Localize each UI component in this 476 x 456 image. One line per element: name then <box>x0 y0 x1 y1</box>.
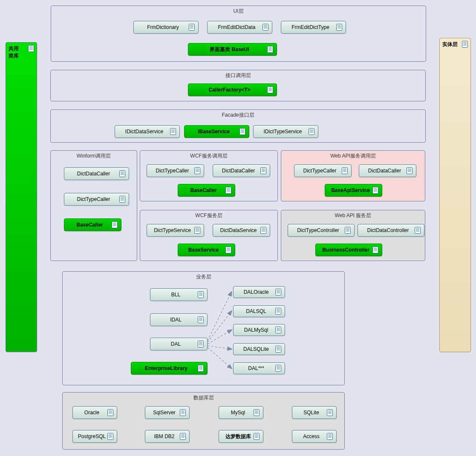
svg-rect-136 <box>108 410 113 416</box>
document-icon <box>275 346 281 353</box>
document-icon <box>267 46 273 53</box>
node-webapi-businesscontroller: BusinessController <box>315 244 382 256</box>
node-dal-mysql: DALMySql <box>233 324 285 336</box>
svg-rect-140 <box>180 410 186 416</box>
svg-rect-36 <box>309 129 314 135</box>
document-icon <box>225 247 231 253</box>
node-idict-type-service: IDictTypeService <box>253 125 318 138</box>
node-dal-star: DAL*** <box>233 362 285 374</box>
svg-rect-104 <box>198 317 204 323</box>
document-icon <box>180 433 186 440</box>
svg-rect-128 <box>276 346 281 353</box>
svg-rect-112 <box>198 365 204 372</box>
svg-rect-8 <box>189 24 195 31</box>
node-wcf-dictdatacaller: DictDataCaller <box>213 164 270 177</box>
node-webapi-dicttypecaller: DictTypeCaller <box>294 164 352 177</box>
node-wcf-basecaller: BaseCaller <box>178 184 235 197</box>
document-icon <box>336 24 342 31</box>
svg-rect-12 <box>263 24 268 31</box>
document-icon <box>107 433 113 440</box>
layer-caller-title: 接口调用层 <box>51 72 425 79</box>
svg-rect-44 <box>120 196 125 203</box>
node-webapi-baseapiservice: BaseApiService <box>325 184 382 197</box>
svg-rect-56 <box>261 168 266 174</box>
svg-rect-92 <box>415 227 421 234</box>
svg-rect-148 <box>327 410 333 416</box>
layer-winform-title: Winform调用层 <box>51 152 137 160</box>
svg-rect-24 <box>268 87 273 93</box>
svg-rect-120 <box>276 308 281 315</box>
node-frm-edit-dict-data: FrmEditDictData <box>207 21 272 34</box>
node-webapi-dicttypecontroller: DictTypeController <box>288 224 355 237</box>
svg-rect-64 <box>342 168 348 174</box>
svg-rect-52 <box>195 168 200 174</box>
document-icon <box>309 128 314 135</box>
layer-ui-title: UI层 <box>51 8 426 15</box>
node-winform-dictdatacaller: DictDataCaller <box>64 167 129 180</box>
svg-rect-84 <box>226 247 231 253</box>
layer-wcf-call-title: WCF服务调用层 <box>140 152 277 160</box>
document-icon <box>254 433 260 440</box>
svg-rect-164 <box>327 433 333 440</box>
node-webapi-dictdatacaller: DictDataCaller <box>359 164 416 177</box>
svg-rect-32 <box>240 129 245 135</box>
document-icon <box>372 187 378 194</box>
document-icon <box>198 316 204 323</box>
node-db-dameng: 达梦数据库 <box>219 430 263 443</box>
svg-rect-16 <box>337 24 342 31</box>
document-icon <box>415 227 421 234</box>
node-bll: BLL <box>150 288 208 301</box>
node-frm-edit-dict-type: FrmEditDictType <box>281 21 346 34</box>
svg-rect-80 <box>261 227 266 234</box>
svg-rect-4 <box>462 41 468 48</box>
layer-winform: Winform调用层 <box>50 150 137 261</box>
layer-db-title: 数据库层 <box>63 394 344 402</box>
document-icon <box>119 196 125 203</box>
node-dal-sqlite: DALSQLite <box>233 343 285 355</box>
document-icon <box>198 341 204 347</box>
svg-rect-88 <box>345 227 351 234</box>
svg-rect-108 <box>198 341 204 347</box>
document-icon <box>119 170 125 177</box>
document-icon <box>345 227 351 234</box>
svg-rect-20 <box>268 46 273 53</box>
document-icon <box>112 221 118 228</box>
node-base-ui: 界面基类 BaseUI <box>188 43 277 56</box>
node-db-oracle: Oracle <box>72 406 117 419</box>
svg-rect-0 <box>29 46 34 52</box>
sidebar-entity: 实体层 <box>439 38 471 352</box>
node-db-postgresql: PostgreSQL <box>72 430 117 443</box>
svg-rect-100 <box>198 292 204 298</box>
document-icon <box>254 409 260 416</box>
document-icon <box>225 187 231 194</box>
svg-rect-76 <box>195 227 200 234</box>
diagram-canvas: 共用 类库 实体层 UI层 FrmDictionary FrmEditDictD… <box>0 0 476 456</box>
layer-business-title: 业务层 <box>63 273 344 281</box>
node-webapi-dictdatacontroller: DictDataController <box>358 224 424 237</box>
document-icon <box>198 365 204 372</box>
document-icon <box>263 24 268 31</box>
node-db-sqlite: SQLite <box>292 406 337 419</box>
document-icon <box>28 45 34 52</box>
document-icon <box>198 291 204 298</box>
node-frm-dictionary: FrmDictionary <box>133 21 199 34</box>
document-icon <box>239 128 245 135</box>
sidebar-shared-lib-label: 共用 类库 <box>9 46 19 59</box>
svg-rect-160 <box>254 433 260 440</box>
sidebar-shared-lib: 共用 类库 <box>6 42 37 352</box>
svg-rect-144 <box>254 410 260 416</box>
layer-webapi-call-title: Web API服务调用层 <box>281 152 425 160</box>
node-db-mysql: MySql <box>219 406 263 419</box>
node-wcf-dicttypeservice: DictTypeService <box>147 224 204 237</box>
document-icon <box>462 41 468 48</box>
document-icon <box>180 409 186 416</box>
document-icon <box>189 24 195 31</box>
node-dal-sql: DALSQL <box>233 305 285 317</box>
node-idict-data-service: IDictDataService <box>115 125 180 138</box>
document-icon <box>194 227 200 234</box>
node-winform-basecaller: BaseCaller <box>64 218 121 231</box>
document-icon <box>194 167 200 174</box>
layer-facade-title: Facade接口层 <box>51 112 425 119</box>
document-icon <box>267 86 273 93</box>
document-icon <box>275 327 281 333</box>
